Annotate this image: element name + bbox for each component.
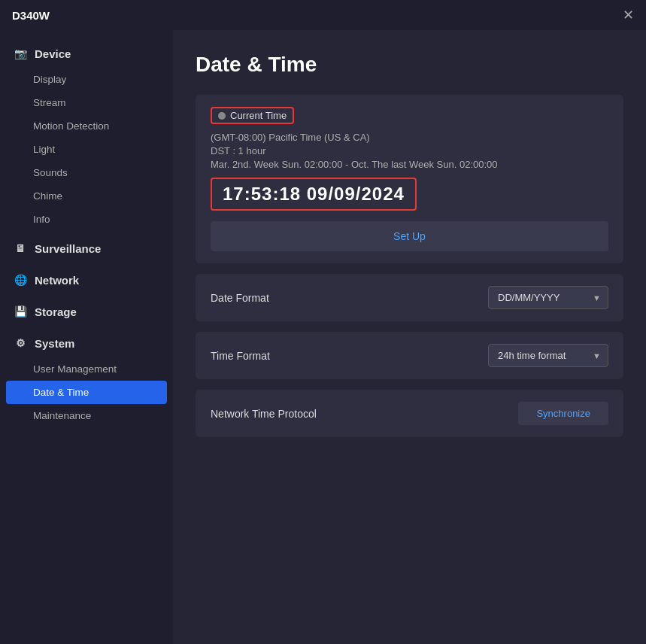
sidebar-section-network: 🌐 Network	[0, 266, 173, 294]
timezone-label: (GMT-08:00) Pacific Time (US & CA)	[211, 132, 608, 143]
surveillance-icon: 🖥	[14, 242, 27, 255]
current-time-label: Current Time	[230, 110, 287, 121]
date-format-select-wrapper: DD/MM/YYYY MM/DD/YYYY YYYY/MM/DD ▼	[488, 286, 608, 309]
sidebar-section-label-system: System	[35, 337, 74, 350]
time-format-select[interactable]: 24h time format 12h time format	[488, 344, 608, 367]
sidebar-item-sounds[interactable]: Sounds	[0, 161, 173, 184]
sidebar-section-header-system[interactable]: ⚙ System	[0, 329, 173, 357]
time-format-select-wrapper: 24h time format 12h time format ▼	[488, 344, 608, 367]
date-format-label: Date Format	[211, 292, 269, 304]
date-format-select[interactable]: DD/MM/YYYY MM/DD/YYYY YYYY/MM/DD	[488, 286, 608, 309]
sidebar-section-device: 📷 Device Display Stream Motion Detection…	[0, 39, 173, 231]
sidebar-item-chime[interactable]: Chime	[0, 184, 173, 208]
setup-button[interactable]: Set Up	[211, 221, 608, 251]
sidebar-section-label-device: Device	[35, 47, 71, 60]
sidebar-section-label-storage: Storage	[35, 305, 77, 318]
title-bar: D340W ✕	[0, 0, 646, 30]
sidebar-item-display[interactable]: Display	[0, 68, 173, 91]
time-format-label: Time Format	[211, 350, 270, 362]
dst-label: DST : 1 hour	[211, 145, 608, 156]
date-format-row: Date Format DD/MM/YYYY MM/DD/YYYY YYYY/M…	[196, 274, 623, 321]
synchronize-button[interactable]: Synchronize	[518, 402, 608, 425]
close-button[interactable]: ✕	[623, 8, 634, 22]
dst-schedule-label: Mar. 2nd. Week Sun. 02:00:00 - Oct. The …	[211, 159, 608, 170]
storage-icon: 💾	[14, 305, 27, 318]
sidebar-item-light[interactable]: Light	[0, 138, 173, 161]
app-body: 📷 Device Display Stream Motion Detection…	[0, 30, 646, 644]
current-time-card: Current Time (GMT-08:00) Pacific Time (U…	[196, 95, 623, 263]
ntp-row: Network Time Protocol Synchronize	[196, 390, 623, 437]
sidebar-section-header-network[interactable]: 🌐 Network	[0, 266, 173, 294]
sidebar: 📷 Device Display Stream Motion Detection…	[0, 30, 173, 644]
sidebar-item-motion-detection[interactable]: Motion Detection	[0, 114, 173, 138]
time-display: 17:53:18 09/09/2024	[211, 178, 417, 211]
sidebar-section-header-storage[interactable]: 💾 Storage	[0, 297, 173, 326]
current-time-dot	[218, 112, 226, 120]
sidebar-item-maintenance[interactable]: Maintenance	[0, 404, 173, 427]
sidebar-section-label-network: Network	[35, 274, 79, 287]
sidebar-section-label-surveillance: Surveillance	[35, 242, 101, 255]
current-time-label-box: Current Time	[211, 107, 294, 124]
current-time-header: Current Time	[211, 107, 608, 124]
camera-icon: 📷	[14, 47, 27, 60]
network-icon: 🌐	[14, 273, 27, 287]
sidebar-item-stream[interactable]: Stream	[0, 91, 173, 114]
sidebar-item-info[interactable]: Info	[0, 208, 173, 231]
sidebar-item-date-time[interactable]: Date & Time	[6, 381, 167, 404]
sidebar-item-user-management[interactable]: User Management	[0, 357, 173, 381]
sidebar-section-surveillance: 🖥 Surveillance	[0, 234, 173, 263]
time-format-row: Time Format 24h time format 12h time for…	[196, 332, 623, 379]
ntp-label: Network Time Protocol	[211, 408, 317, 420]
sidebar-section-storage: 💾 Storage	[0, 297, 173, 326]
app-title: D340W	[12, 9, 50, 22]
sidebar-section-system: ⚙ System User Management Date & Time Mai…	[0, 329, 173, 427]
main-content: Date & Time Current Time (GMT-08:00) Pac…	[173, 30, 646, 644]
page-title: Date & Time	[196, 53, 623, 77]
sidebar-section-header-surveillance[interactable]: 🖥 Surveillance	[0, 234, 173, 263]
sidebar-section-header-device[interactable]: 📷 Device	[0, 39, 173, 68]
gear-icon: ⚙	[14, 336, 27, 350]
